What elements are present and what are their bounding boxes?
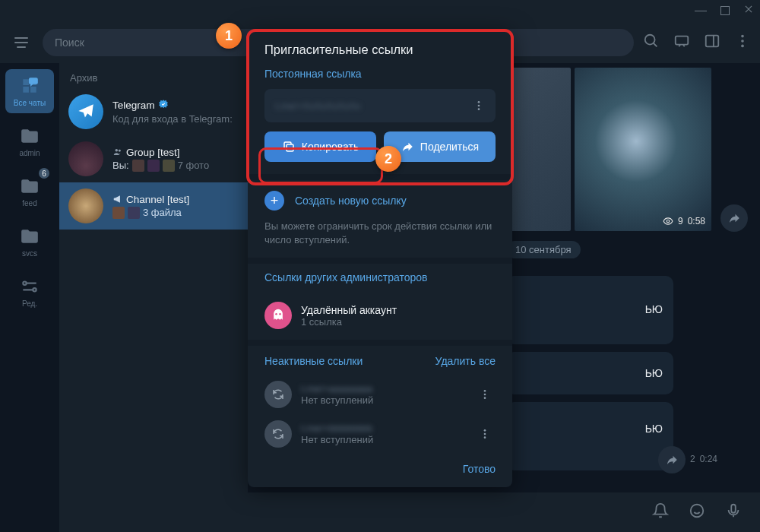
close-button[interactable] bbox=[743, 4, 754, 17]
svg-point-9 bbox=[119, 150, 121, 152]
refresh-icon bbox=[264, 420, 292, 448]
svg-point-8 bbox=[116, 149, 119, 152]
chat-list: Архив Telegram Код для входа в Telegram:… bbox=[59, 63, 248, 532]
svg-point-19 bbox=[279, 313, 281, 315]
badge: 6 bbox=[39, 168, 49, 179]
forward-button[interactable] bbox=[720, 204, 748, 232]
media-tile[interactable]: 9 0:58 bbox=[575, 68, 711, 231]
chat-icon[interactable] bbox=[673, 33, 690, 52]
svg-point-12 bbox=[691, 505, 704, 518]
archive-label: Архив bbox=[59, 63, 248, 88]
svg-point-7 bbox=[33, 288, 36, 291]
dialog-title: Пригласительные ссылки bbox=[248, 30, 512, 60]
invite-links-dialog: Пригласительные ссылки Постоянная ссылка… bbox=[248, 30, 512, 487]
nav-edit[interactable]: Ред. bbox=[5, 270, 54, 314]
media-badge: 9 0:58 bbox=[663, 216, 705, 226]
svg-rect-13 bbox=[731, 505, 736, 513]
svg-point-16 bbox=[478, 108, 480, 110]
forward-button[interactable] bbox=[658, 446, 686, 473]
svg-point-0 bbox=[645, 34, 655, 44]
svg-point-18 bbox=[275, 313, 277, 315]
nav-all-chats[interactable]: Все чаты bbox=[5, 69, 54, 113]
delete-all-button[interactable]: Удалить все bbox=[435, 355, 496, 367]
svg-rect-17 bbox=[287, 144, 293, 151]
chat-item-channel[interactable]: Channel [test] 3 файла bbox=[59, 182, 248, 230]
svg-point-23 bbox=[484, 429, 486, 432]
group-icon bbox=[112, 147, 123, 157]
nav-feed[interactable]: 6 feed bbox=[5, 169, 54, 214]
svg-point-21 bbox=[484, 394, 486, 396]
message-bubble[interactable]: ЬЮ bbox=[506, 352, 673, 394]
chat-item-telegram[interactable]: Telegram Код для входа в Telegram: bbox=[59, 88, 248, 135]
window-titlebar bbox=[0, 0, 760, 21]
mic-icon[interactable] bbox=[725, 502, 742, 522]
svg-rect-2 bbox=[706, 35, 719, 46]
create-link-button[interactable]: + Создать новую ссылку bbox=[248, 180, 512, 215]
mute-icon[interactable] bbox=[652, 502, 669, 522]
svg-point-14 bbox=[478, 101, 480, 103]
permanent-link-label: Постоянная ссылка bbox=[264, 68, 496, 80]
emoji-icon[interactable] bbox=[689, 502, 705, 522]
nav-svcs[interactable]: svcs bbox=[5, 220, 54, 264]
row-more-button[interactable] bbox=[474, 423, 496, 445]
nav-admin[interactable]: admin bbox=[5, 119, 54, 163]
callout-badge-1: 1 bbox=[216, 23, 242, 49]
refresh-icon bbox=[264, 381, 292, 408]
svg-point-15 bbox=[478, 105, 480, 107]
svg-point-20 bbox=[484, 390, 486, 392]
svg-rect-1 bbox=[676, 36, 689, 44]
svg-point-5 bbox=[741, 44, 744, 47]
plus-icon: + bbox=[264, 191, 284, 211]
verified-icon bbox=[158, 99, 169, 112]
svg-point-22 bbox=[484, 397, 486, 400]
admin-row[interactable]: Удалённый аккаунт 1 ссылка bbox=[248, 296, 512, 340]
row-more-button[interactable] bbox=[474, 384, 496, 405]
more-icon[interactable] bbox=[734, 33, 751, 52]
other-admins-label: Ссылки других администраторов bbox=[264, 271, 496, 283]
sidebar-icon[interactable] bbox=[704, 33, 720, 52]
date-divider: 10 сентября bbox=[506, 241, 581, 258]
megaphone-icon bbox=[112, 194, 123, 204]
inactive-link-row[interactable]: t.me/+bbbbbbbb Нет вступлений bbox=[248, 414, 512, 454]
chat-input-bar bbox=[248, 492, 760, 532]
link-field[interactable]: t.me/+XxXxXxXxXx bbox=[264, 89, 496, 122]
message-bubble[interactable]: ЬЮ bbox=[506, 276, 673, 344]
media-tile[interactable] bbox=[506, 68, 571, 231]
minimize-button[interactable] bbox=[695, 11, 707, 11]
inactive-links-label: Неактивные ссылки bbox=[264, 355, 363, 367]
svg-point-10 bbox=[667, 220, 670, 223]
link-more-button[interactable] bbox=[468, 95, 489, 116]
svg-point-6 bbox=[23, 281, 26, 284]
svg-point-3 bbox=[741, 34, 744, 37]
folder-nav: Все чаты admin 6 feed svcs Ред. bbox=[0, 63, 59, 532]
inactive-link-row[interactable]: t.me/+aaaaaaaa Нет вступлений bbox=[248, 375, 512, 414]
ghost-icon bbox=[264, 302, 292, 329]
chat-item-group[interactable]: Group [test] Вы:7 фото bbox=[59, 135, 248, 182]
done-button[interactable]: Готово bbox=[463, 463, 496, 475]
svg-point-24 bbox=[484, 433, 486, 435]
svg-point-4 bbox=[741, 40, 744, 43]
svg-point-25 bbox=[484, 437, 486, 439]
menu-button[interactable] bbox=[9, 30, 33, 55]
message-bubble[interactable]: ЬЮ 20:24 bbox=[506, 402, 673, 470]
copy-button[interactable]: Копировать bbox=[264, 131, 376, 162]
hint-text: Вы можете ограничить срок действия ссылк… bbox=[248, 215, 512, 258]
search-icon[interactable] bbox=[643, 33, 660, 52]
callout-badge-2: 2 bbox=[375, 146, 401, 172]
maximize-button[interactable] bbox=[720, 6, 730, 15]
